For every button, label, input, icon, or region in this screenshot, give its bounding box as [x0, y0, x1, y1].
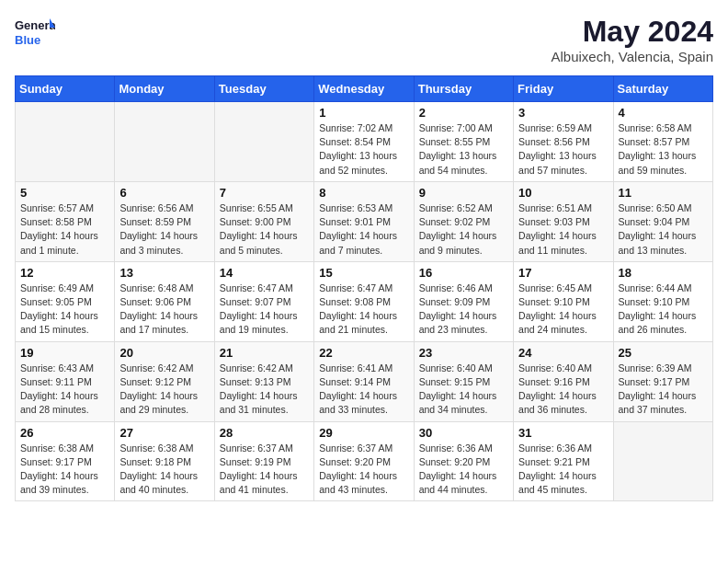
logo-svg: General Blue — [15, 15, 55, 50]
calendar-cell: 12Sunrise: 6:49 AM Sunset: 9:05 PM Dayli… — [16, 261, 115, 341]
day-info: Sunrise: 6:49 AM Sunset: 9:05 PM Dayligh… — [20, 282, 109, 338]
day-info: Sunrise: 6:36 AM Sunset: 9:21 PM Dayligh… — [518, 442, 608, 498]
month-year-title: May 2024 — [552, 15, 714, 49]
day-info: Sunrise: 6:55 AM Sunset: 9:00 PM Dayligh… — [220, 201, 309, 258]
calendar-week-row: 5Sunrise: 6:57 AM Sunset: 8:58 PM Daylig… — [16, 181, 713, 261]
day-info: Sunrise: 6:51 AM Sunset: 9:03 PM Dayligh… — [518, 201, 608, 258]
calendar-cell: 27Sunrise: 6:38 AM Sunset: 9:18 PM Dayli… — [115, 421, 214, 501]
calendar-cell: 28Sunrise: 6:37 AM Sunset: 9:19 PM Dayli… — [214, 421, 313, 501]
calendar-cell: 16Sunrise: 6:46 AM Sunset: 9:09 PM Dayli… — [414, 261, 513, 341]
calendar-cell: 8Sunrise: 6:53 AM Sunset: 9:01 PM Daylig… — [314, 181, 414, 261]
day-info: Sunrise: 6:48 AM Sunset: 9:06 PM Dayligh… — [119, 282, 209, 338]
calendar-cell: 5Sunrise: 6:57 AM Sunset: 8:58 PM Daylig… — [16, 181, 115, 261]
day-number: 3 — [518, 106, 608, 120]
calendar-cell: 31Sunrise: 6:36 AM Sunset: 9:21 PM Dayli… — [514, 421, 613, 501]
calendar-cell: 23Sunrise: 6:40 AM Sunset: 9:15 PM Dayli… — [414, 341, 513, 421]
weekday-header-thursday: Thursday — [414, 76, 513, 102]
calendar-cell: 6Sunrise: 6:56 AM Sunset: 8:59 PM Daylig… — [115, 181, 214, 261]
calendar-cell: 26Sunrise: 6:38 AM Sunset: 9:17 PM Dayli… — [16, 421, 115, 501]
day-number: 18 — [619, 266, 708, 280]
day-number: 12 — [20, 266, 109, 280]
day-number: 20 — [119, 346, 209, 360]
day-info: Sunrise: 6:38 AM Sunset: 9:17 PM Dayligh… — [20, 442, 109, 498]
calendar-cell: 11Sunrise: 6:50 AM Sunset: 9:04 PM Dayli… — [613, 181, 712, 261]
day-info: Sunrise: 6:42 AM Sunset: 9:13 PM Dayligh… — [220, 362, 309, 418]
page-header: General Blue May 2024 Albuixech, Valenci… — [15, 15, 713, 64]
day-number: 30 — [419, 426, 508, 440]
day-number: 4 — [619, 106, 708, 120]
day-number: 7 — [220, 186, 309, 200]
day-info: Sunrise: 7:00 AM Sunset: 8:55 PM Dayligh… — [419, 121, 508, 178]
day-info: Sunrise: 6:40 AM Sunset: 9:15 PM Dayligh… — [419, 362, 508, 418]
day-info: Sunrise: 6:46 AM Sunset: 9:09 PM Dayligh… — [419, 282, 508, 338]
calendar-cell: 2Sunrise: 7:00 AM Sunset: 8:55 PM Daylig… — [414, 102, 513, 182]
day-number: 13 — [119, 266, 209, 280]
day-info: Sunrise: 6:45 AM Sunset: 9:10 PM Dayligh… — [518, 282, 608, 338]
calendar-cell: 4Sunrise: 6:58 AM Sunset: 8:57 PM Daylig… — [613, 102, 712, 182]
day-info: Sunrise: 6:39 AM Sunset: 9:17 PM Dayligh… — [619, 362, 708, 418]
calendar-cell: 25Sunrise: 6:39 AM Sunset: 9:17 PM Dayli… — [613, 341, 712, 421]
day-info: Sunrise: 6:57 AM Sunset: 8:58 PM Dayligh… — [20, 201, 109, 258]
day-number: 2 — [419, 106, 508, 120]
day-number: 22 — [319, 346, 408, 360]
day-info: Sunrise: 6:38 AM Sunset: 9:18 PM Dayligh… — [119, 442, 209, 498]
calendar-cell — [115, 102, 214, 182]
calendar-cell: 30Sunrise: 6:36 AM Sunset: 9:20 PM Dayli… — [414, 421, 513, 501]
calendar-cell: 9Sunrise: 6:52 AM Sunset: 9:02 PM Daylig… — [414, 181, 513, 261]
day-info: Sunrise: 6:47 AM Sunset: 9:08 PM Dayligh… — [319, 282, 408, 338]
calendar-cell — [16, 102, 115, 182]
day-info: Sunrise: 6:36 AM Sunset: 9:20 PM Dayligh… — [419, 442, 508, 498]
logo: General Blue — [15, 15, 55, 50]
weekday-header-monday: Monday — [115, 76, 214, 102]
calendar-table: SundayMondayTuesdayWednesdayThursdayFrid… — [15, 75, 713, 501]
title-block: May 2024 Albuixech, Valencia, Spain — [552, 15, 714, 64]
day-info: Sunrise: 6:50 AM Sunset: 9:04 PM Dayligh… — [619, 201, 708, 258]
day-info: Sunrise: 6:56 AM Sunset: 8:59 PM Dayligh… — [119, 201, 209, 258]
weekday-header-friday: Friday — [514, 76, 613, 102]
calendar-cell — [214, 102, 313, 182]
weekday-header-row: SundayMondayTuesdayWednesdayThursdayFrid… — [16, 76, 713, 102]
day-info: Sunrise: 6:43 AM Sunset: 9:11 PM Dayligh… — [20, 362, 109, 418]
day-info: Sunrise: 6:37 AM Sunset: 9:19 PM Dayligh… — [220, 442, 309, 498]
day-number: 6 — [119, 186, 209, 200]
calendar-cell: 24Sunrise: 6:40 AM Sunset: 9:16 PM Dayli… — [514, 341, 613, 421]
day-number: 19 — [20, 346, 109, 360]
day-number: 27 — [119, 426, 209, 440]
calendar-week-row: 12Sunrise: 6:49 AM Sunset: 9:05 PM Dayli… — [16, 261, 713, 341]
day-number: 17 — [518, 266, 608, 280]
svg-text:Blue: Blue — [15, 33, 40, 47]
weekday-header-sunday: Sunday — [16, 76, 115, 102]
calendar-cell: 17Sunrise: 6:45 AM Sunset: 9:10 PM Dayli… — [514, 261, 613, 341]
svg-text:General: General — [15, 18, 55, 32]
day-info: Sunrise: 6:47 AM Sunset: 9:07 PM Dayligh… — [220, 282, 309, 338]
day-number: 28 — [220, 426, 309, 440]
day-number: 21 — [220, 346, 309, 360]
day-info: Sunrise: 7:02 AM Sunset: 8:54 PM Dayligh… — [319, 121, 408, 178]
day-number: 1 — [319, 106, 408, 120]
day-number: 8 — [319, 186, 408, 200]
calendar-cell: 19Sunrise: 6:43 AM Sunset: 9:11 PM Dayli… — [16, 341, 115, 421]
day-number: 14 — [220, 266, 309, 280]
calendar-cell: 15Sunrise: 6:47 AM Sunset: 9:08 PM Dayli… — [314, 261, 414, 341]
day-info: Sunrise: 6:52 AM Sunset: 9:02 PM Dayligh… — [419, 201, 508, 258]
calendar-cell: 22Sunrise: 6:41 AM Sunset: 9:14 PM Dayli… — [314, 341, 414, 421]
day-info: Sunrise: 6:40 AM Sunset: 9:16 PM Dayligh… — [518, 362, 608, 418]
day-info: Sunrise: 6:41 AM Sunset: 9:14 PM Dayligh… — [319, 362, 408, 418]
calendar-cell: 10Sunrise: 6:51 AM Sunset: 9:03 PM Dayli… — [514, 181, 613, 261]
location-subtitle: Albuixech, Valencia, Spain — [552, 49, 714, 64]
day-info: Sunrise: 6:59 AM Sunset: 8:56 PM Dayligh… — [518, 121, 608, 178]
day-number: 16 — [419, 266, 508, 280]
calendar-cell: 1Sunrise: 7:02 AM Sunset: 8:54 PM Daylig… — [314, 102, 414, 182]
calendar-cell: 20Sunrise: 6:42 AM Sunset: 9:12 PM Dayli… — [115, 341, 214, 421]
calendar-cell: 14Sunrise: 6:47 AM Sunset: 9:07 PM Dayli… — [214, 261, 313, 341]
calendar-cell — [613, 421, 712, 501]
day-number: 15 — [319, 266, 408, 280]
calendar-cell: 29Sunrise: 6:37 AM Sunset: 9:20 PM Dayli… — [314, 421, 414, 501]
day-number: 23 — [419, 346, 508, 360]
day-info: Sunrise: 6:44 AM Sunset: 9:10 PM Dayligh… — [619, 282, 708, 338]
calendar-week-row: 19Sunrise: 6:43 AM Sunset: 9:11 PM Dayli… — [16, 341, 713, 421]
day-info: Sunrise: 6:37 AM Sunset: 9:20 PM Dayligh… — [319, 442, 408, 498]
day-number: 24 — [518, 346, 608, 360]
day-number: 11 — [619, 186, 708, 200]
day-number: 29 — [319, 426, 408, 440]
